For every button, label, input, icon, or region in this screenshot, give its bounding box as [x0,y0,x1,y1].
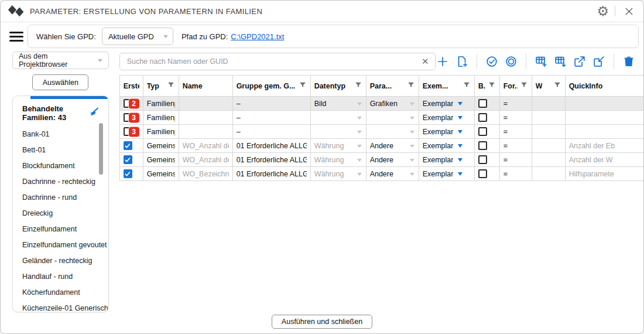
group-cell[interactable]: 01 Erforderliche ALLGEM [233,167,311,181]
search-input[interactable] [126,57,420,66]
group-cell[interactable]: 01 Erforderliche ALLGEM [233,139,311,153]
quickinfo-cell[interactable] [566,111,644,125]
clear-families-broom-icon[interactable] [87,106,100,120]
column-header[interactable]: Gruppe gem. G... [233,76,311,97]
datatype-select[interactable]: Währung [311,167,366,181]
check-all-button[interactable] [485,54,499,69]
formula-cell[interactable]: = [500,111,532,125]
name-cell[interactable] [179,125,233,139]
filter-funnel-icon[interactable] [165,81,175,91]
chevron-down-icon[interactable] [458,172,463,176]
create-checkbox[interactable] [124,169,132,178]
gpd-path-link[interactable]: C:\GPD2021.txt [231,32,284,41]
column-header[interactable]: Para... [366,76,419,97]
parameter-group-select[interactable] [366,125,419,139]
name-cell[interactable]: WO_Anzahl de [179,139,233,153]
delete-button[interactable] [622,54,636,69]
table-download-button[interactable] [553,54,567,69]
clean-button[interactable] [641,54,644,69]
group-cell[interactable]: 01 Erforderliche ALLGEM [233,153,311,167]
filter-funnel-icon[interactable] [405,81,415,91]
instance-select[interactable]: Exemplar [419,153,475,167]
name-cell[interactable] [179,97,233,111]
family-list-item[interactable]: Blockfundament [13,158,108,174]
uncheck-all-button[interactable] [504,54,518,69]
value-cell[interactable] [532,139,566,153]
column-header[interactable]: B... [475,76,500,97]
datatype-select[interactable] [311,111,366,125]
type-cell[interactable]: Familienparameter [143,97,179,111]
column-header[interactable]: Erstellen [120,76,143,97]
chevron-down-icon[interactable] [458,144,463,148]
parameter-group-select[interactable] [366,111,419,125]
group-cell[interactable]: – [233,125,311,139]
column-header[interactable]: Exem... [419,76,475,97]
instance-select[interactable]: Exemplar [419,139,475,153]
type-cell[interactable]: Familienparameter [143,111,179,125]
filter-funnel-icon[interactable] [296,81,307,91]
b-checkbox[interactable] [478,113,487,122]
close-icon[interactable] [621,4,636,19]
name-cell[interactable] [179,111,233,125]
quickinfo-cell[interactable] [566,125,644,139]
family-list-item[interactable]: Dachrinne - rechteckig [13,174,108,190]
family-list-item[interactable]: Einzelfundament gevoutet [13,237,108,253]
type-cell[interactable]: Gemeinsame Parameter [143,139,179,153]
column-header[interactable]: Typ [143,76,179,97]
group-cell[interactable]: – [233,97,311,111]
name-cell[interactable]: WO_Bezeichnu [179,167,233,181]
filter-funnel-icon[interactable] [518,81,528,91]
formula-cell[interactable]: = [500,139,532,153]
formula-cell[interactable]: = [500,125,532,139]
family-list-item[interactable]: Küchenzeile-01 Generisch [13,301,108,312]
instance-select[interactable]: Exemplar [419,97,475,111]
column-header[interactable]: Name [179,76,233,97]
table-add-button[interactable] [534,54,548,69]
datatype-select[interactable] [311,125,366,139]
parameter-group-select[interactable]: Andere [366,139,419,153]
family-list-item[interactable]: Bank-01 [13,127,108,142]
name-cell[interactable]: WO_Anzahl de [179,153,233,167]
parameter-group-select[interactable]: Andere [366,167,419,181]
column-header[interactable]: Datentyp [311,76,366,97]
create-checkbox[interactable] [124,155,132,164]
instance-select[interactable]: Exemplar [419,167,475,181]
run-and-close-button[interactable]: Ausführen und schließen [272,315,372,329]
source-select[interactable]: Aus dem Projektbrowser [12,52,109,69]
gpd-select[interactable]: Aktuelle GPD [102,28,173,45]
family-list-item[interactable]: Einzelfundament [13,221,108,237]
quickinfo-cell[interactable]: Anzahl der Eb [566,139,644,153]
b-checkbox[interactable] [478,155,487,164]
chevron-down-icon[interactable] [458,130,463,134]
filter-funnel-icon[interactable] [460,81,471,91]
datatype-select[interactable]: Bild [311,97,366,111]
family-list-item[interactable]: Dreieckig [13,206,108,221]
export-button[interactable] [573,54,587,69]
b-checkbox[interactable] [478,99,487,108]
quickinfo-cell[interactable] [566,97,644,111]
clear-search-icon[interactable]: ✕ [420,56,430,67]
import-button[interactable] [592,54,606,69]
datatype-select[interactable]: Währung [311,153,366,167]
create-checkbox[interactable] [124,141,132,150]
select-families-button[interactable]: Auswählen [32,74,88,90]
formula-cell[interactable]: = [500,153,532,167]
family-list-item[interactable]: Handlauf - rund [13,269,108,285]
parameter-group-select[interactable]: Andere [366,153,419,167]
column-header[interactable]: QuickInfo [566,76,644,97]
chevron-down-icon[interactable] [458,116,463,120]
family-list-item[interactable]: Geländer - rechteckig [13,253,108,269]
instance-select[interactable]: Exemplar [419,111,475,125]
column-header[interactable]: For... [500,76,532,97]
families-scrollbar[interactable] [99,123,103,175]
quickinfo-cell[interactable]: Hilfsparamete [566,167,644,181]
filter-funnel-icon[interactable] [352,81,362,91]
value-cell[interactable] [532,97,566,111]
group-cell[interactable]: – [233,111,311,125]
menu-icon[interactable] [9,29,23,44]
parameter-group-select[interactable]: Grafiken [366,97,419,111]
chevron-down-icon[interactable] [458,102,463,105]
quickinfo-cell[interactable]: Anzahl der W [566,153,644,167]
settings-gear-icon[interactable]: ⚙ [597,5,609,18]
column-header[interactable]: W [532,76,566,97]
